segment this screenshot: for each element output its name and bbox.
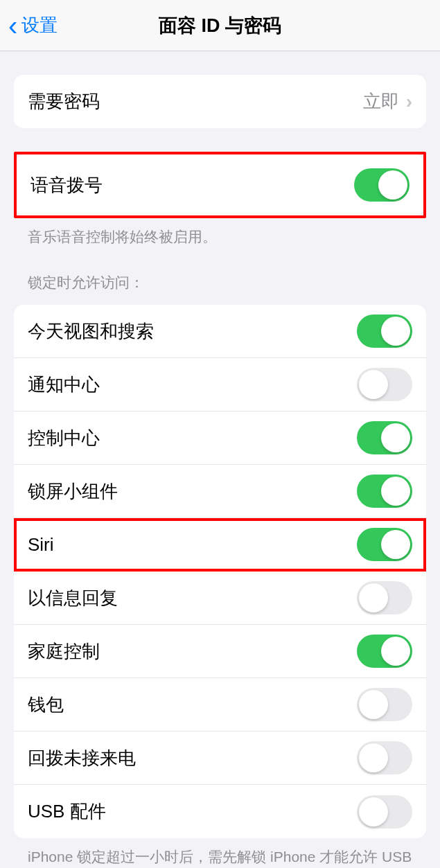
toggle-knob xyxy=(381,317,410,346)
toggle-knob xyxy=(381,477,410,506)
lock-access-toggle[interactable] xyxy=(357,315,412,348)
toggle-knob xyxy=(378,170,407,200)
toggle-knob xyxy=(359,690,388,719)
lock-access-toggle[interactable] xyxy=(357,581,412,614)
voice-dial-footer: 音乐语音控制将始终被启用。 xyxy=(14,218,426,247)
lock-access-toggle[interactable] xyxy=(357,528,412,561)
back-label: 设置 xyxy=(21,13,58,37)
lock-access-cell: 今天视图和搜索 xyxy=(14,305,426,358)
toggle-knob xyxy=(359,583,388,612)
lock-access-toggle[interactable] xyxy=(357,688,412,721)
lock-access-toggle[interactable] xyxy=(357,741,412,774)
lock-access-cell: 钱包 xyxy=(14,678,426,732)
lock-access-item-label: 控制中心 xyxy=(28,426,100,450)
lock-access-item-label: 锁屏小组件 xyxy=(28,479,118,504)
lock-access-item-label: 回拨未接来电 xyxy=(28,746,136,770)
lock-access-item-label: Siri xyxy=(28,534,54,556)
lock-access-item-label: 家庭控制 xyxy=(28,639,100,664)
lock-access-toggle[interactable] xyxy=(357,635,412,668)
voice-dial-cell: 语音拨号 xyxy=(17,154,423,215)
lock-access-item-label: 今天视图和搜索 xyxy=(28,319,154,344)
voice-dial-highlight: 语音拨号 xyxy=(14,152,426,218)
lock-access-group: 今天视图和搜索通知中心控制中心锁屏小组件Siri以信息回复家庭控制钱包回拨未接来… xyxy=(14,305,426,838)
toggle-knob xyxy=(381,530,410,559)
require-passcode-group: 需要密码 立即 › xyxy=(14,75,426,128)
lock-access-toggle[interactable] xyxy=(357,421,412,454)
page-title: 面容 ID 与密码 xyxy=(159,13,281,38)
lock-access-cell: USB 配件 xyxy=(14,785,426,838)
lock-access-cell: 通知中心 xyxy=(14,358,426,411)
lock-access-cell: 回拨未接来电 xyxy=(14,732,426,785)
lock-access-cell: 家庭控制 xyxy=(14,625,426,678)
require-passcode-value: 立即 › xyxy=(363,89,412,114)
lock-access-cell: 锁屏小组件 xyxy=(14,465,426,518)
lock-access-footer: iPhone 锁定超过一小时后，需先解锁 iPhone 才能允许 USB 配件连… xyxy=(14,838,426,868)
lock-access-toggle[interactable] xyxy=(357,475,412,508)
lock-access-cell: 控制中心 xyxy=(14,411,426,465)
lock-access-cell: Siri xyxy=(14,518,426,572)
toggle-knob xyxy=(359,743,388,772)
chevron-left-icon: ‹ xyxy=(8,12,17,39)
lock-access-cell: 以信息回复 xyxy=(14,572,426,625)
voice-dial-label: 语音拨号 xyxy=(30,173,103,197)
navigation-bar: ‹ 设置 面容 ID 与密码 xyxy=(0,0,440,51)
chevron-right-icon: › xyxy=(406,91,412,113)
lock-access-item-label: USB 配件 xyxy=(28,799,106,824)
toggle-knob xyxy=(359,370,388,399)
require-passcode-label: 需要密码 xyxy=(28,89,100,114)
lock-access-item-label: 以信息回复 xyxy=(28,586,118,610)
toggle-knob xyxy=(359,797,388,826)
toggle-knob xyxy=(381,637,410,666)
lock-access-item-label: 通知中心 xyxy=(28,373,100,397)
toggle-knob xyxy=(381,423,410,452)
voice-dial-group: 语音拨号 xyxy=(17,154,423,215)
back-button[interactable]: ‹ 设置 xyxy=(8,12,58,39)
lock-access-toggle[interactable] xyxy=(357,795,412,829)
require-passcode-cell[interactable]: 需要密码 立即 › xyxy=(14,75,426,128)
lock-access-header: 锁定时允许访问： xyxy=(14,247,426,292)
lock-access-item-label: 钱包 xyxy=(28,693,64,717)
lock-access-toggle[interactable] xyxy=(357,368,412,401)
voice-dial-toggle[interactable] xyxy=(354,168,410,202)
